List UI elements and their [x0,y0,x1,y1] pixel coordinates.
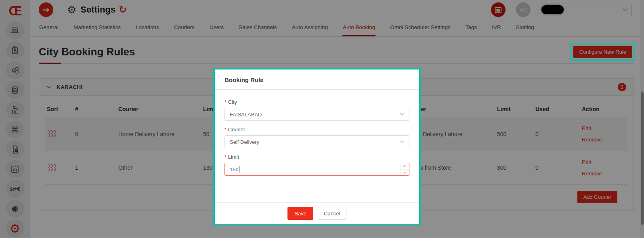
limit-number-input[interactable]: 150 [224,163,409,176]
chevron-down-icon [400,113,405,116]
city-select-value: FAISALABAD [230,112,262,118]
required-asterisk: * [224,154,227,160]
spinner-up-icon[interactable] [401,163,409,170]
limit-input-value: 150 [230,166,239,173]
text-caret [239,166,239,173]
limit-field-label: *Limit [224,154,409,160]
save-button[interactable]: Save [287,207,313,220]
required-asterisk: * [224,99,227,105]
city-select[interactable]: FAISALABAD [224,108,409,121]
number-spinner [400,163,409,175]
chevron-down-icon [400,140,405,143]
spinner-down-icon[interactable] [401,170,409,176]
courier-select-value: Self Delivery [230,139,259,145]
courier-select[interactable]: Self Delivery [224,135,409,148]
city-field-label: *City [224,99,409,105]
booking-rule-modal: Booking Rule *City FAISALABAD *Courier S… [213,68,421,225]
courier-field-label: *Courier [224,126,409,133]
modal-title: Booking Rule [215,70,419,90]
cancel-button[interactable]: Cancel [318,207,346,220]
required-asterisk: * [224,127,227,133]
